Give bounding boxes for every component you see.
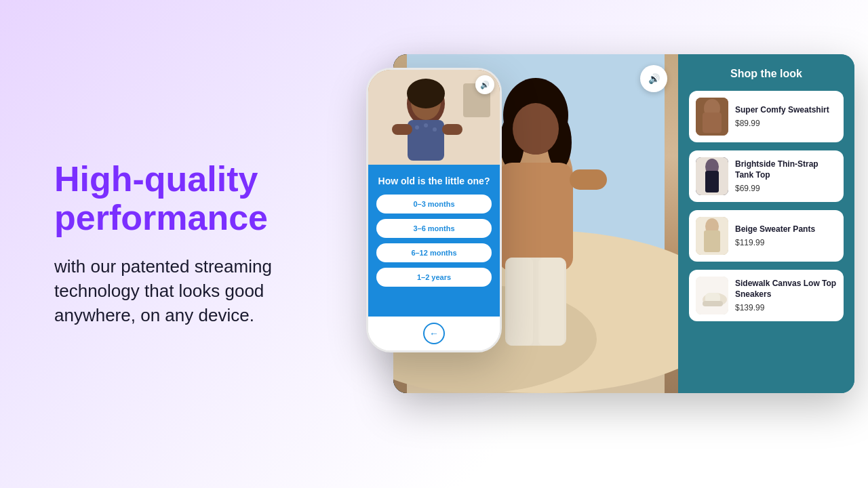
product-card-3[interactable]: Beige Sweater Pants $119.99 [689,210,844,262]
back-icon: ← [429,328,439,339]
product-info-3: Beige Sweater Pants $119.99 [735,224,837,247]
product-price-1: $89.99 [735,119,837,128]
svg-rect-15 [507,258,533,346]
svg-rect-19 [703,113,722,133]
svg-point-37 [415,125,419,129]
phone-poll: How old is the little one? 0–3 months 3–… [368,165,500,317]
svg-rect-13 [570,169,607,190]
headline-line1: High-quality [54,159,258,199]
svg-rect-11 [498,163,573,271]
product-thumb-2 [696,157,728,195]
svg-rect-40 [392,124,412,135]
product-price-4: $139.99 [735,303,837,312]
svg-point-38 [424,123,428,127]
product-price-3: $119.99 [735,238,837,247]
subtext: with our patented streaming technology t… [54,254,285,328]
svg-rect-41 [442,124,462,135]
product-card-1[interactable]: Super Comfy Sweatshirt $89.99 [689,91,844,142]
product-name-2: Brightside Thin-Strap Tank Top [735,159,837,180]
svg-point-39 [433,127,437,131]
product-info-1: Super Comfy Sweatshirt $89.99 [735,105,837,128]
svg-rect-16 [538,258,564,346]
product-thumb-3 [696,217,728,255]
poll-option-1[interactable]: 0–3 months [376,195,492,214]
devices-container: 🔊 Shop the look Super Com [312,0,868,488]
page: High-quality performance with our patent… [0,0,868,488]
product-name-4: Sidewalk Canvas Low Top Sneakers [735,279,837,300]
phone-inner: 🔊 How old is the little one? 0–3 months … [368,70,500,350]
product-name-1: Super Comfy Sweatshirt [735,105,837,116]
product-thumb-4 [696,277,728,314]
product-info-4: Sidewalk Canvas Low Top Sneakers $139.99 [735,279,837,312]
poll-option-3[interactable]: 6–12 months [376,243,492,262]
product-card-2[interactable]: Brightside Thin-Strap Tank Top $69.99 [689,150,844,202]
headline-line2: performance [54,198,268,237]
product-name-3: Beige Sweater Pants [735,224,837,235]
product-price-2: $69.99 [735,184,837,193]
phone: 🔊 How old is the little one? 0–3 months … [366,68,502,352]
svg-point-10 [513,103,559,155]
poll-option-2[interactable]: 3–6 months [376,219,492,238]
svg-rect-29 [703,301,723,306]
shop-panel: Shop the look Super Comfy Sweatshirt $89… [678,54,854,393]
svg-point-35 [407,79,445,108]
product-card-4[interactable]: Sidewalk Canvas Low Top Sneakers $139.99 [689,270,844,321]
back-button[interactable]: ← [423,323,445,344]
headline: High-quality performance [54,160,285,237]
tablet-sound-icon: 🔊 [648,73,660,84]
phone-sound-button[interactable]: 🔊 [475,75,494,94]
product-thumb-1 [696,98,728,136]
left-content: High-quality performance with our patent… [0,119,312,369]
phone-video: 🔊 [368,70,500,165]
phone-sound-icon: 🔊 [480,81,490,89]
svg-rect-25 [704,230,720,252]
tablet-sound-button[interactable]: 🔊 [640,65,667,92]
poll-option-4[interactable]: 1–2 years [376,268,492,287]
phone-nav: ← [368,317,500,350]
poll-question: How old is the little one? [378,176,490,186]
shop-title: Shop the look [689,68,844,80]
product-info-2: Brightside Thin-Strap Tank Top $69.99 [735,159,837,192]
svg-rect-22 [705,171,719,192]
